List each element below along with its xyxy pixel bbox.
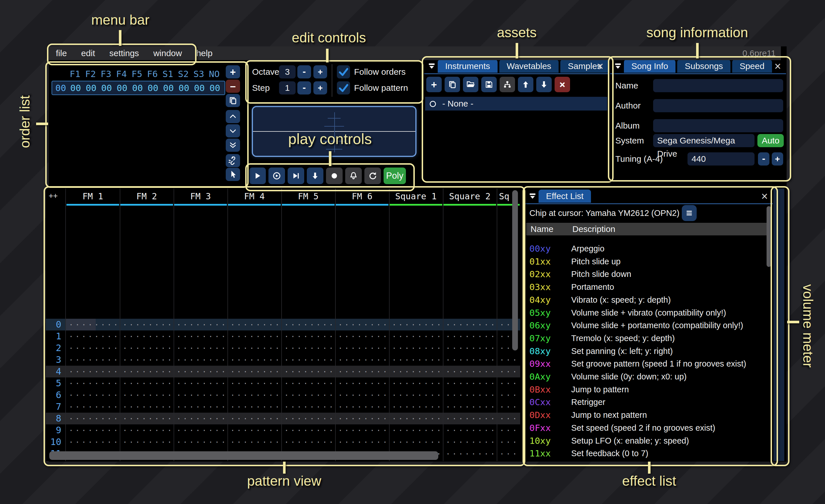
step-down-button[interactable] xyxy=(307,168,323,184)
pattern-row[interactable]: ········································… xyxy=(46,413,520,424)
pattern-cell[interactable]: ············ xyxy=(176,424,227,436)
channel-header-square-1[interactable]: Square 1 xyxy=(389,191,443,201)
pattern-cell[interactable]: ············ xyxy=(69,342,120,354)
pattern-cell[interactable]: ············ xyxy=(230,354,281,366)
system-field[interactable]: Sega Genesis/Mega Drive xyxy=(653,134,755,147)
close-icon[interactable]: × xyxy=(772,60,784,73)
pattern-cell[interactable]: ············ xyxy=(392,354,443,366)
order-cell[interactable]: 00 xyxy=(146,81,160,94)
pattern-cell[interactable]: ············ xyxy=(69,354,120,366)
order-row[interactable]: 0000000000000000000000 xyxy=(52,81,225,95)
pattern-cell[interactable]: ············ xyxy=(123,389,173,401)
channel-header-fm-5[interactable]: FM 5 xyxy=(281,191,335,201)
pattern-cell[interactable]: ············ xyxy=(230,330,281,342)
tuning-field[interactable]: 440 xyxy=(687,152,755,166)
effect-list-item[interactable]: 11xxSet feedback (0 to 7) xyxy=(525,447,767,460)
pattern-cell[interactable]: ············ xyxy=(284,366,335,377)
pattern-cell[interactable]: ············ xyxy=(176,413,227,424)
effect-list-item[interactable]: 0CxxRetrigger xyxy=(525,396,767,409)
pattern-cell[interactable]: ············ xyxy=(123,401,173,413)
pattern-cell[interactable]: ············ xyxy=(230,389,281,401)
play-one-row-button[interactable] xyxy=(288,168,304,184)
pattern-cell[interactable]: ············ xyxy=(230,401,281,413)
name-field[interactable] xyxy=(653,79,783,92)
hamburger-menu-icon[interactable] xyxy=(682,205,697,221)
close-icon[interactable]: × xyxy=(594,60,606,73)
pattern-cell[interactable]: ············ xyxy=(338,377,389,389)
pattern-cell[interactable]: ············ xyxy=(123,342,173,354)
follow-pattern-checkbox[interactable] xyxy=(337,81,350,94)
effect-list-item[interactable]: 0FxxSet speed (speed 2 if no grooves exi… xyxy=(525,422,767,434)
move-order-down-button[interactable] xyxy=(226,124,240,138)
pattern-cell[interactable]: ············ xyxy=(338,413,389,424)
pattern-vertical-scrollbar[interactable] xyxy=(512,190,518,350)
effect-list-item[interactable]: 06xyVolume slide + portamento (compatibi… xyxy=(525,319,767,332)
channel-header-fm-6[interactable]: FM 6 xyxy=(335,191,389,201)
asset-folders-button[interactable] xyxy=(500,77,515,92)
pattern-cell[interactable]: ············ xyxy=(176,354,227,366)
pattern-cell[interactable]: ············ xyxy=(69,424,120,436)
pattern-row[interactable]: ········································… xyxy=(46,330,520,342)
channel-header-fm-4[interactable]: FM 4 xyxy=(227,191,281,201)
pattern-cell[interactable]: ············ xyxy=(500,354,520,366)
pattern-cell[interactable]: ············ xyxy=(446,413,497,424)
channel-header-square-2[interactable]: Square 2 xyxy=(443,191,497,201)
menu-item-settings[interactable]: settings xyxy=(102,47,146,60)
step-value[interactable]: 1 xyxy=(279,81,296,94)
pattern-cell[interactable]: ············ xyxy=(284,319,335,330)
effect-list-item[interactable]: 10xySetup LFO (x: enable; y: speed) xyxy=(525,434,767,447)
tab-instruments[interactable]: Instruments xyxy=(438,60,498,73)
follow-orders-checkbox[interactable] xyxy=(337,65,350,78)
pattern-cell[interactable]: ············ xyxy=(392,342,443,354)
pattern-row[interactable]: ········································… xyxy=(46,401,520,413)
poly-button[interactable]: Poly xyxy=(384,168,406,184)
pattern-cell[interactable]: ············ xyxy=(230,319,281,330)
pattern-cell[interactable]: ············ xyxy=(500,413,520,424)
collapse-window-icon[interactable] xyxy=(426,60,438,73)
pattern-cell[interactable]: ············ xyxy=(176,377,227,389)
tab-wavetables[interactable]: Wavetables xyxy=(499,60,559,73)
pattern-cell[interactable]: ············ xyxy=(500,436,520,448)
effect-list-item[interactable]: 07xyTremolo (x: speed; y: depth) xyxy=(525,332,767,345)
pattern-cell[interactable]: ············ xyxy=(230,436,281,448)
save-asset-button[interactable] xyxy=(481,77,497,92)
order-edit-mode-button[interactable] xyxy=(226,168,240,181)
effect-list-item[interactable]: 12xxSet level of operator 1 (0 highest, … xyxy=(525,460,767,461)
asset-list-item[interactable]: - None - xyxy=(425,97,607,110)
pattern-cell[interactable]: ············ xyxy=(392,436,443,448)
menu-item-file[interactable]: file xyxy=(49,47,74,60)
pattern-cell[interactable]: ············ xyxy=(284,354,335,366)
pattern-cell[interactable]: ············ xyxy=(446,354,497,366)
pattern-cell[interactable]: ············ xyxy=(446,448,497,459)
pattern-cell[interactable]: ············ xyxy=(69,319,120,330)
pattern-row[interactable]: ········································… xyxy=(46,366,520,377)
channel-header-fm-3[interactable]: FM 3 xyxy=(173,191,227,201)
collapse-window-icon[interactable] xyxy=(612,60,624,73)
pattern-cell[interactable]: ············ xyxy=(446,389,497,401)
step-decrease-button[interactable]: - xyxy=(297,81,311,94)
expand-pattern-button[interactable]: ++ xyxy=(49,191,58,200)
pattern-cell[interactable]: ············ xyxy=(230,366,281,377)
pattern-cell[interactable]: ············ xyxy=(123,377,173,389)
pattern-cell[interactable]: ············ xyxy=(392,330,443,342)
pattern-cell[interactable]: ············ xyxy=(338,389,389,401)
pattern-row[interactable]: ········································… xyxy=(46,319,520,330)
pattern-cell[interactable]: ············ xyxy=(123,354,173,366)
pattern-cell[interactable]: ············ xyxy=(500,389,520,401)
effect-list-item[interactable]: 0AxyVolume slide (0y: down; x0: up) xyxy=(525,370,767,383)
pattern-row[interactable]: ········································… xyxy=(46,436,520,448)
pattern-cell[interactable]: ············ xyxy=(69,389,120,401)
effect-list-scrollbar[interactable] xyxy=(766,206,771,267)
pattern-cell[interactable]: ············ xyxy=(284,413,335,424)
pattern-cell[interactable]: ············ xyxy=(392,389,443,401)
duplicate-order-end-button[interactable] xyxy=(226,139,240,152)
pattern-cell[interactable]: ············ xyxy=(69,401,120,413)
effect-list-item[interactable]: 04xyVibrato (x: speed; y: depth) xyxy=(525,293,767,307)
delete-asset-button[interactable]: × xyxy=(554,77,570,92)
pattern-cell[interactable]: ············ xyxy=(230,424,281,436)
pattern-horizontal-scrollbar[interactable] xyxy=(49,451,438,460)
pattern-cell[interactable]: ············ xyxy=(284,330,335,342)
pattern-cell[interactable]: ············ xyxy=(500,424,520,436)
pattern-cell[interactable]: ············ xyxy=(284,342,335,354)
tuning-decrease-button[interactable]: - xyxy=(758,152,769,166)
